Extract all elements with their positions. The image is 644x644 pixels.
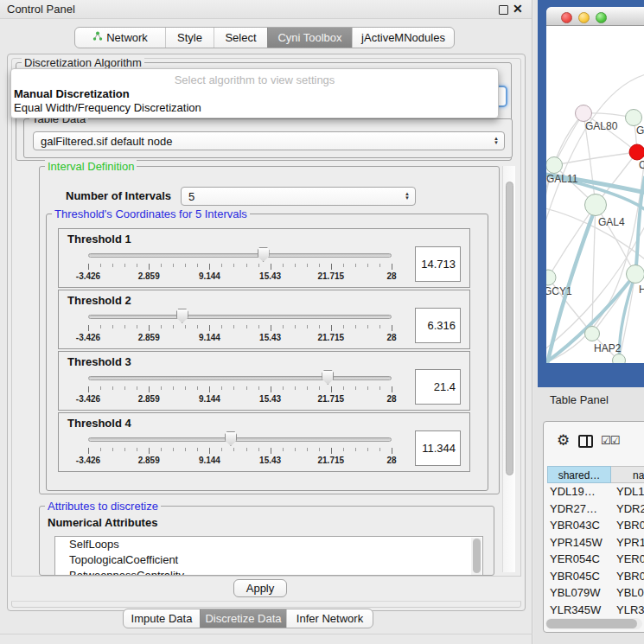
- attributes-scrollbar-thumb[interactable]: [473, 539, 481, 573]
- table-row[interactable]: YER054CYER0: [547, 551, 644, 568]
- network-node-c[interactable]: [629, 144, 644, 160]
- slider-tick: [258, 386, 259, 390]
- cell-shared-name[interactable]: YBL079W: [547, 584, 611, 602]
- tab-infer-network[interactable]: Infer Network: [286, 609, 373, 628]
- slider-tick: [137, 448, 137, 451]
- algorithm-option-1[interactable]: Manual Discretization: [14, 87, 497, 101]
- network-canvas[interactable]: GAL80GACGAL11GAL4GCY1HHAP2: [546, 26, 644, 363]
- attributes-scrollbar[interactable]: [471, 538, 481, 576]
- network-edge[interactable]: [548, 205, 596, 277]
- threshold-slider-thumb[interactable]: [176, 309, 188, 323]
- threshold-slider-thumb[interactable]: [322, 370, 334, 385]
- tab-label: Cyni Toolbox: [277, 31, 341, 44]
- network-edge[interactable]: [596, 205, 635, 274]
- cell-name[interactable]: YDR2: [611, 501, 644, 518]
- threshold-slider-thumb[interactable]: [258, 247, 270, 262]
- threshold-value-field[interactable]: 11.344: [415, 430, 461, 466]
- network-edge[interactable]: [592, 205, 596, 334]
- control-panel-tabbar: NetworkStyleSelectCyni ToolboxjActiveMNo…: [74, 27, 455, 48]
- network-edge[interactable]: [554, 152, 637, 165]
- table-hscrollbar[interactable]: [545, 618, 642, 629]
- minimize-traffic-light-icon[interactable]: [578, 12, 590, 23]
- table-panel-title: Table Panel: [550, 393, 609, 406]
- cell-name[interactable]: YBL0: [611, 584, 644, 602]
- tab-style[interactable]: Style: [165, 28, 214, 48]
- tab-discretize-data[interactable]: Discretize Data: [200, 609, 286, 628]
- cell-name[interactable]: YPR1: [611, 534, 644, 552]
- network-node-gal4[interactable]: [585, 194, 607, 216]
- attribute-item[interactable]: TopologicalCoefficient: [55, 552, 482, 568]
- cell-name[interactable]: YBR0: [611, 568, 644, 585]
- close-icon[interactable]: ✕: [513, 2, 523, 16]
- tab-cyni-toolbox[interactable]: Cyni Toolbox: [267, 28, 352, 48]
- threshold-value-field[interactable]: 21.4: [415, 369, 461, 405]
- table-row[interactable]: YDL19…YDL1: [547, 483, 644, 501]
- table-row[interactable]: YBR045CYBR0: [547, 568, 644, 585]
- threshold-slider-track[interactable]: [88, 437, 392, 442]
- numerical-attributes-list[interactable]: SelfLoopsTopologicalCoefficientBetweenne…: [54, 536, 483, 576]
- network-node-gcy1[interactable]: [546, 270, 556, 285]
- cell-shared-name[interactable]: YPR145W: [547, 534, 611, 552]
- tab-select[interactable]: Select: [214, 28, 267, 48]
- network-graph[interactable]: GAL80GACGAL11GAL4GCY1HHAP2: [546, 26, 644, 363]
- slider-tick: [307, 448, 308, 451]
- panel-scrollbar-thumb[interactable]: [506, 182, 513, 475]
- threshold-value-field[interactable]: 6.316: [415, 308, 461, 343]
- cell-name[interactable]: YLR3: [611, 602, 644, 619]
- apply-button[interactable]: Apply: [233, 579, 287, 597]
- network-node-gal80[interactable]: [576, 105, 592, 122]
- split-columns-icon[interactable]: [578, 435, 593, 448]
- close-traffic-light-icon[interactable]: [561, 12, 572, 23]
- network-node-gal11[interactable]: [546, 157, 563, 174]
- attribute-item[interactable]: SelfLoops: [55, 537, 482, 552]
- table-row[interactable]: YDR27…YDR2: [547, 501, 644, 518]
- cell-name[interactable]: YBR0: [611, 517, 644, 534]
- cell-name[interactable]: YER0: [611, 551, 644, 568]
- threshold-value-field[interactable]: 14.713: [415, 246, 461, 282]
- thresholds-group-title: Threshold's Coordinates for 5 Intervals: [52, 207, 250, 220]
- tab-impute-data[interactable]: Impute Data: [124, 609, 200, 628]
- float-window-icon[interactable]: [499, 5, 508, 15]
- table-row[interactable]: YBR043CYBR0: [547, 517, 644, 534]
- network-node-ga[interactable]: [626, 110, 642, 126]
- cell-shared-name[interactable]: YER054C: [547, 551, 611, 568]
- column-header-shared-name[interactable]: shared…: [547, 466, 611, 483]
- network-node[interactable]: [613, 354, 626, 364]
- panel-scrollbar[interactable]: [502, 166, 515, 572]
- column-header-name[interactable]: name: [611, 466, 644, 483]
- table-hscrollbar-thumb[interactable]: [546, 619, 637, 628]
- slider-tick: [209, 264, 210, 270]
- cell-shared-name[interactable]: YLR345W: [547, 602, 611, 619]
- attribute-item[interactable]: BetweennessCentrality: [55, 568, 482, 576]
- threshold-slider-track[interactable]: [88, 253, 392, 258]
- stepper-arrows-icon[interactable]: ▲▼: [494, 137, 499, 145]
- table-row[interactable]: YLR345WYLR3: [547, 602, 644, 619]
- zoom-traffic-light-icon[interactable]: [596, 12, 607, 23]
- cell-shared-name[interactable]: YDR27…: [547, 501, 611, 518]
- threshold-slider-thumb[interactable]: [225, 431, 237, 446]
- gear-icon[interactable]: ⚙: [557, 431, 570, 450]
- network-icon: [92, 31, 103, 44]
- network-node-h[interactable]: [627, 265, 644, 284]
- cell-shared-name[interactable]: YBR043C: [547, 517, 611, 534]
- tab-jactivemnodules[interactable]: jActiveMNodules: [352, 28, 454, 48]
- cell-name[interactable]: YDL1: [611, 483, 644, 501]
- slider-tick: [295, 264, 296, 267]
- threshold-slider-track[interactable]: [88, 376, 392, 380]
- threshold-slider-track[interactable]: [88, 315, 392, 319]
- slider-tick: [112, 325, 113, 328]
- table-row[interactable]: YPR145WYPR1: [547, 534, 644, 552]
- slider-tick: [100, 386, 101, 390]
- network-node-hap2[interactable]: [585, 327, 600, 341]
- cell-shared-name[interactable]: YBR045C: [547, 568, 611, 585]
- stepper-arrows-icon[interactable]: ▲▼: [405, 192, 410, 201]
- cell-shared-name[interactable]: YDL19…: [547, 483, 611, 501]
- table-row[interactable]: YBL079WYBL0: [547, 584, 644, 602]
- algorithm-option-2[interactable]: Equal Width/Frequency Discretization: [14, 101, 497, 115]
- select-columns-checkboxes-icon[interactable]: ☑☑: [601, 434, 619, 447]
- attributes-group: Attributes to discretize Numerical Attri…: [39, 506, 494, 576]
- number-of-intervals-combo[interactable]: 5 ▲▼: [181, 187, 416, 206]
- network-window-titlebar[interactable]: [546, 7, 644, 26]
- table-data-combo[interactable]: galFiltered.sif default node ▲▼: [33, 131, 505, 150]
- tab-network[interactable]: Network: [75, 28, 165, 48]
